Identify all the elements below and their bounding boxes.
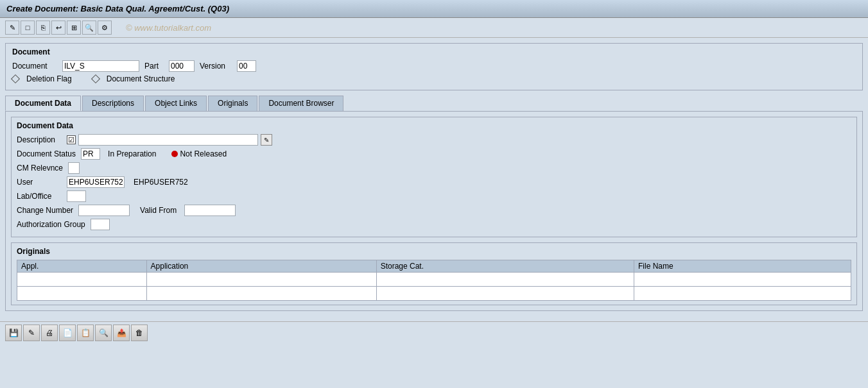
document-section: Document Document Part Version Deletion …	[5, 43, 863, 90]
doc-data-section-title: Document Data	[17, 121, 851, 130]
title-bar: Create Document: Basic Data Qual. Agreem…	[0, 0, 868, 18]
user-label: User	[17, 178, 62, 187]
cell-appl	[17, 287, 147, 301]
toolbar-btn-1[interactable]: ✎	[5, 21, 19, 35]
description-input-group: ☑ ✎	[67, 134, 272, 146]
table-row	[17, 287, 851, 301]
doc-structure-diamond	[91, 74, 100, 83]
col-appl: Appl.	[17, 260, 147, 273]
user-row: User EHP6USER752	[17, 176, 851, 188]
part-input[interactable]	[169, 60, 195, 72]
toolbar-btn-2[interactable]: □	[21, 21, 35, 35]
deletion-flag-label: Deletion Flag	[26, 74, 72, 83]
table-row	[17, 273, 851, 287]
tabs-container: Document Data Descriptions Object Links …	[5, 96, 863, 111]
status-text: In Preparation	[108, 149, 156, 158]
tab-document-browser[interactable]: Document Browser	[259, 96, 343, 111]
tab-document-data[interactable]: Document Data	[5, 96, 81, 111]
not-released-group: Not Released	[171, 149, 227, 158]
bottom-btn-edit[interactable]: ✎	[23, 325, 40, 341]
toolbar-btn-5[interactable]: ⊞	[67, 21, 81, 35]
tab-originals[interactable]: Originals	[208, 96, 257, 111]
not-released-icon	[171, 151, 178, 157]
cm-relevnce-label: CM Relevnce	[17, 164, 63, 173]
title-text: Create Document: Basic Data Qual. Agreem…	[6, 4, 229, 13]
cell-storage-cat	[376, 273, 634, 287]
bottom-btn-new[interactable]: 📄	[59, 325, 76, 341]
cm-relevnce-row: CM Relevnce	[17, 162, 851, 174]
status-code-input[interactable]	[81, 148, 100, 160]
document-row: Document Part Version	[12, 60, 856, 72]
originals-section: Originals Appl. Application Storage Cat.…	[11, 242, 857, 305]
description-checkbox[interactable]: ☑	[67, 135, 76, 144]
bottom-btn-print[interactable]: 🖨	[41, 325, 58, 341]
change-number-label: Change Number	[17, 206, 73, 215]
originals-table: Appl. Application Storage Cat. File Name	[17, 260, 851, 301]
cell-storage-cat	[376, 287, 634, 301]
cell-file-name	[634, 287, 851, 301]
document-label: Document	[12, 62, 57, 71]
description-row: Description ☑ ✎	[17, 134, 851, 146]
toolbar-btn-config[interactable]: ⚙	[98, 21, 112, 35]
valid-from-input[interactable]	[184, 205, 236, 216]
toolbar-btn-4[interactable]: ↩	[51, 21, 65, 35]
document-structure-label: Document Structure	[107, 74, 175, 83]
main-content: Document Document Part Version Deletion …	[0, 38, 868, 321]
auth-group-row: Authorization Group	[17, 219, 851, 230]
tab-content: Document Data Description ☑ ✎ Document S…	[5, 111, 863, 311]
document-section-title: Document	[12, 47, 856, 56]
change-number-row: Change Number Valid From	[17, 205, 851, 216]
lab-office-row: Lab/Office	[17, 190, 851, 202]
deletion-flag-row: Deletion Flag Document Structure	[12, 74, 856, 83]
document-status-row: Document Status In Preparation Not Relea…	[17, 148, 851, 160]
version-input[interactable]	[237, 60, 256, 72]
document-status-label: Document Status	[17, 149, 76, 158]
description-text-input[interactable]	[78, 134, 258, 146]
user-name: EHP6USER752	[134, 178, 188, 187]
cm-relevnce-input[interactable]	[68, 162, 80, 174]
doc-data-inner-section: Document Data Description ☑ ✎ Document S…	[11, 117, 857, 237]
version-label: Version	[200, 62, 232, 71]
not-released-text: Not Released	[180, 149, 227, 158]
auth-group-label: Authorization Group	[17, 220, 85, 229]
valid-from-label: Valid From	[140, 206, 177, 215]
watermark: © www.tutorialkart.com	[126, 23, 211, 33]
document-input[interactable]	[62, 60, 139, 72]
deletion-flag-diamond	[11, 74, 20, 83]
lab-office-label: Lab/Office	[17, 192, 62, 201]
auth-group-input[interactable]	[91, 219, 110, 230]
toolbar-btn-search[interactable]: 🔍	[82, 21, 96, 35]
cell-file-name	[634, 273, 851, 287]
col-application: Application	[146, 260, 376, 273]
cell-application	[146, 287, 376, 301]
change-number-input[interactable]	[78, 205, 130, 216]
col-storage-cat: Storage Cat.	[376, 260, 634, 273]
user-code-input[interactable]	[67, 176, 125, 188]
toolbar-btn-3[interactable]: ⎘	[36, 21, 50, 35]
description-label: Description	[17, 135, 62, 144]
cell-application	[146, 273, 376, 287]
bottom-btn-copy[interactable]: 📋	[77, 325, 94, 341]
lab-office-input[interactable]	[67, 190, 86, 202]
bottom-btn-search2[interactable]: 🔍	[95, 325, 112, 341]
cell-appl	[17, 273, 147, 287]
col-file-name: File Name	[634, 260, 851, 273]
part-label: Part	[144, 62, 164, 71]
main-toolbar: ✎ □ ⎘ ↩ ⊞ 🔍 ⚙ © www.tutorialkart.com	[0, 18, 868, 38]
tab-descriptions[interactable]: Descriptions	[82, 96, 144, 111]
bottom-btn-export[interactable]: 📤	[113, 325, 130, 341]
originals-section-title: Originals	[17, 247, 851, 256]
bottom-btn-save[interactable]: 💾	[5, 325, 22, 341]
bottom-btn-delete[interactable]: 🗑	[131, 325, 148, 341]
bottom-toolbar: 💾 ✎ 🖨 📄 📋 🔍 📤 🗑	[0, 321, 868, 344]
tab-object-links[interactable]: Object Links	[145, 96, 207, 111]
description-edit-icon[interactable]: ✎	[261, 134, 272, 146]
